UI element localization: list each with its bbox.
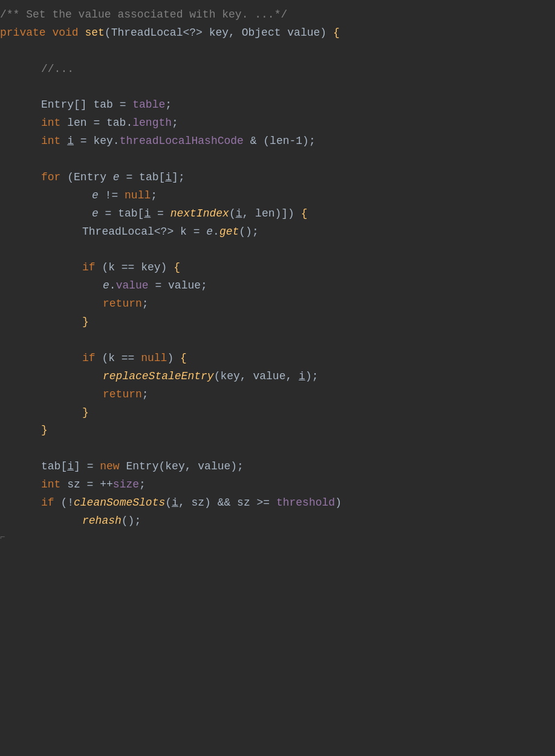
line-return-2: return;	[0, 386, 555, 404]
var-e-value: e	[103, 278, 109, 295]
var-sz: sz = ++	[60, 477, 112, 494]
if-key-cond: (k == key)	[102, 259, 174, 276]
field-value: value	[116, 278, 149, 295]
var-i-underline: i	[67, 133, 74, 150]
line-empty-3	[0, 151, 555, 169]
line-empty-1	[0, 42, 555, 60]
line-close-if-key: }	[0, 313, 555, 331]
keyword-if-3: if	[41, 495, 60, 512]
comment-ellipsis: //...	[41, 61, 74, 78]
var-e-italic: e	[113, 169, 120, 186]
assign-tab-i: = tab[	[120, 169, 166, 186]
semi1: ;	[165, 97, 172, 114]
dot-get: .	[213, 224, 219, 241]
call-rehash: rehash	[82, 513, 122, 530]
line-empty-6	[0, 440, 555, 458]
clean-sz: , sz) && sz >=	[178, 495, 276, 512]
line-empty-4	[0, 241, 555, 259]
type-threadlocal-k: ThreadLocal<?>	[82, 224, 174, 241]
replace-close: );	[305, 368, 319, 385]
keyword-if-1: if	[82, 259, 102, 276]
field-table: table	[132, 97, 165, 114]
param-key: key,	[203, 25, 242, 42]
keyword-if-2: if	[82, 350, 102, 367]
type-entry-new: Entry	[126, 458, 158, 475]
replace-args: (key, value,	[214, 368, 299, 385]
arg-i-replace: i	[299, 368, 305, 385]
bottom-indicator: ⌐	[0, 531, 5, 544]
get-parens: ();	[239, 224, 258, 241]
close-brace-3: }	[41, 422, 48, 439]
line-close-if-null: }	[0, 404, 555, 422]
type-entry-for: Entry	[74, 169, 106, 186]
line-if-null: if (k == null) {	[0, 350, 555, 368]
dot-value: .	[109, 278, 116, 295]
op-and: & (len-1);	[244, 133, 316, 150]
sz-semi: ;	[139, 477, 146, 494]
method-set: set	[85, 25, 104, 42]
line-int-sz: int sz = ++size;	[0, 476, 555, 494]
line-e-null: e != null;	[0, 187, 555, 205]
call-get: get	[219, 224, 239, 241]
line-int-i: int i = key.threadLocalHashCode & (len-1…	[0, 132, 555, 151]
type-threadlocal: ThreadLocal<?>	[111, 25, 203, 42]
return2-semi: ;	[142, 386, 149, 403]
type-object: Object	[242, 25, 281, 42]
arg-i: i	[236, 206, 242, 223]
arg-comma: , len)])	[242, 206, 301, 223]
var-i-for: i	[165, 169, 172, 186]
for-semi1: ];	[172, 169, 185, 186]
line-if-clean: if (!cleanSomeSlots(i, sz) && sz >= thre…	[0, 494, 555, 512]
if-null-cond-close: )	[167, 350, 180, 367]
line-int-len: int len = tab.length;	[0, 114, 555, 132]
line-e-next: e = tab[i = nextIndex(i, len)]) {	[0, 205, 555, 223]
nextindex-args: (	[229, 206, 236, 223]
line-comment-header: /** Set the value associated with key. .…	[0, 6, 555, 24]
line-bottom-indicator: ⌐	[0, 530, 555, 545]
tab-bracket: tab[	[41, 458, 67, 475]
var-e-get: e	[206, 224, 213, 241]
punct-paren: (	[105, 25, 111, 42]
line-replace-stale: replaceStaleEntry(key, value, i);	[0, 368, 555, 386]
var-i-next: i	[144, 206, 151, 223]
var-i-decl	[60, 133, 67, 150]
null-keyword-2: null	[141, 350, 167, 367]
line-if-key: if (k == key) {	[0, 259, 555, 277]
line-entry-tab: Entry[] tab = table;	[0, 96, 555, 114]
var-len: len = tab.	[60, 115, 132, 132]
neq-null: !=	[99, 187, 125, 204]
field-length: length	[132, 115, 172, 132]
var-k: k =	[174, 224, 206, 241]
for-semi2: ;	[151, 187, 157, 204]
line-empty-2	[0, 79, 555, 97]
clean-args: (	[165, 495, 172, 512]
line-signature: private void set(ThreadLocal<?> key, Obj…	[0, 24, 555, 42]
line-threadlocal-k: ThreadLocal<?> k = e.get();	[0, 223, 555, 241]
line-comment-ellipsis: //...	[0, 60, 555, 79]
close-brace-2: }	[82, 405, 89, 422]
type-entry: Entry[]	[41, 97, 87, 114]
keyword-void: void	[52, 25, 85, 42]
keyword-return-2: return	[103, 386, 142, 403]
line-close-for: }	[0, 422, 555, 440]
line-return-1: return;	[0, 295, 555, 313]
tab-assign: ] =	[74, 458, 100, 475]
param-value: value)	[281, 25, 333, 42]
call-replace-stale: replaceStaleEntry	[103, 368, 214, 385]
if-clean-close: )	[335, 495, 342, 512]
if-clean-open: (!	[60, 495, 74, 512]
brace-open: {	[333, 25, 340, 42]
line-rehash: rehash();	[0, 512, 555, 530]
keyword-private: private	[0, 25, 52, 42]
keyword-for: for	[41, 169, 67, 186]
if-key-brace: {	[174, 259, 180, 276]
for-brace-open: {	[301, 206, 308, 223]
keyword-int-3: int	[41, 477, 60, 494]
line-tab-new: tab[i] = new Entry(key, value);	[0, 458, 555, 476]
code-viewer: /** Set the value associated with key. .…	[0, 0, 555, 557]
keyword-int-1: int	[41, 115, 60, 132]
var-e-next: e	[92, 206, 99, 223]
var-i-tab: i	[67, 458, 74, 475]
field-hashcode: threadLocalHashCode	[120, 133, 244, 150]
rehash-parens: ();	[122, 513, 141, 530]
